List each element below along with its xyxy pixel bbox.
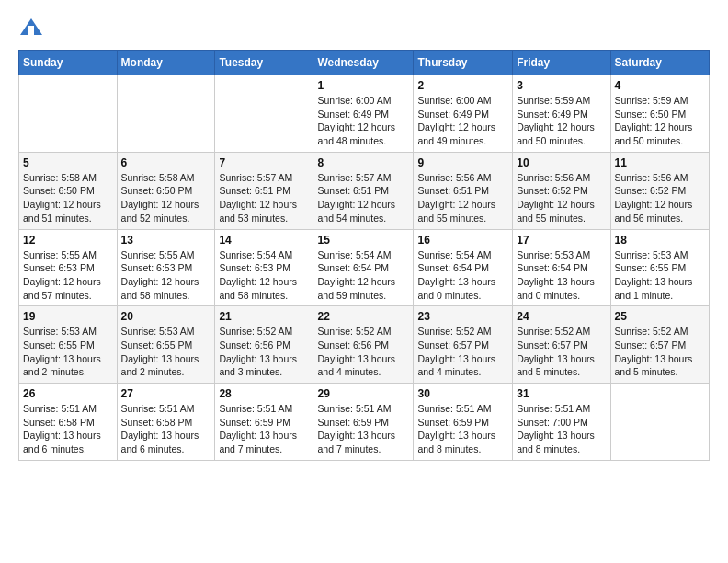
calendar-cell: 6Sunrise: 5:58 AM Sunset: 6:50 PM Daylig…: [117, 152, 215, 229]
calendar-cell: 19Sunrise: 5:53 AM Sunset: 6:55 PM Dayli…: [19, 306, 118, 384]
day-number: 5: [23, 156, 113, 169]
day-number: 4: [615, 79, 705, 92]
day-info: Sunrise: 5:56 AM Sunset: 6:51 PM Dayligh…: [417, 171, 508, 225]
calendar-cell: 16Sunrise: 5:54 AM Sunset: 6:54 PM Dayli…: [414, 229, 513, 306]
logo-icon: [18, 15, 44, 40]
weekday-header: Saturday: [610, 51, 709, 75]
calendar-week-row: 19Sunrise: 5:53 AM Sunset: 6:55 PM Dayli…: [19, 306, 710, 384]
day-number: 6: [121, 156, 211, 169]
day-number: 22: [317, 310, 409, 323]
weekday-header: Wednesday: [313, 51, 414, 75]
calendar-cell: 24Sunrise: 5:52 AM Sunset: 6:57 PM Dayli…: [513, 306, 610, 384]
weekday-header: Friday: [513, 51, 610, 75]
day-number: 15: [317, 234, 409, 247]
weekday-header: Tuesday: [215, 51, 313, 75]
calendar-cell: 1Sunrise: 6:00 AM Sunset: 6:49 PM Daylig…: [313, 75, 414, 153]
day-info: Sunrise: 5:58 AM Sunset: 6:50 PM Dayligh…: [121, 171, 211, 225]
day-info: Sunrise: 5:55 AM Sunset: 6:53 PM Dayligh…: [23, 248, 113, 303]
calendar-cell: 13Sunrise: 5:55 AM Sunset: 6:53 PM Dayli…: [117, 229, 215, 306]
calendar-cell: 21Sunrise: 5:52 AM Sunset: 6:56 PM Dayli…: [215, 306, 313, 384]
calendar-cell: 23Sunrise: 5:52 AM Sunset: 6:57 PM Dayli…: [414, 306, 513, 384]
day-info: Sunrise: 5:53 AM Sunset: 6:55 PM Dayligh…: [615, 248, 705, 303]
calendar-cell: 7Sunrise: 5:57 AM Sunset: 6:51 PM Daylig…: [215, 152, 313, 229]
day-number: 31: [517, 387, 606, 400]
header: [18, 15, 710, 40]
calendar-cell: 2Sunrise: 6:00 AM Sunset: 6:49 PM Daylig…: [414, 75, 513, 153]
day-info: Sunrise: 5:51 AM Sunset: 6:59 PM Dayligh…: [417, 402, 508, 456]
calendar-week-row: 26Sunrise: 5:51 AM Sunset: 6:58 PM Dayli…: [19, 384, 710, 461]
day-number: 27: [121, 387, 211, 400]
day-info: Sunrise: 5:52 AM Sunset: 6:56 PM Dayligh…: [219, 325, 309, 379]
calendar-cell: 25Sunrise: 5:52 AM Sunset: 6:57 PM Dayli…: [610, 306, 709, 384]
day-number: 26: [23, 387, 113, 400]
day-info: Sunrise: 5:57 AM Sunset: 6:51 PM Dayligh…: [317, 171, 409, 225]
day-number: 24: [517, 310, 606, 323]
day-info: Sunrise: 5:59 AM Sunset: 6:49 PM Dayligh…: [517, 94, 606, 148]
calendar-cell: 11Sunrise: 5:56 AM Sunset: 6:52 PM Dayli…: [610, 152, 709, 229]
day-info: Sunrise: 5:57 AM Sunset: 6:51 PM Dayligh…: [219, 171, 309, 225]
calendar-week-row: 5Sunrise: 5:58 AM Sunset: 6:50 PM Daylig…: [19, 152, 710, 229]
calendar-cell: [117, 75, 215, 153]
calendar-cell: [19, 75, 118, 153]
day-info: Sunrise: 5:54 AM Sunset: 6:54 PM Dayligh…: [317, 248, 409, 303]
day-number: 13: [121, 234, 211, 247]
calendar-cell: 14Sunrise: 5:54 AM Sunset: 6:53 PM Dayli…: [215, 229, 313, 306]
day-info: Sunrise: 5:55 AM Sunset: 6:53 PM Dayligh…: [121, 248, 211, 303]
calendar-cell: 5Sunrise: 5:58 AM Sunset: 6:50 PM Daylig…: [19, 152, 118, 229]
svg-rect-2: [28, 26, 34, 35]
day-info: Sunrise: 5:56 AM Sunset: 6:52 PM Dayligh…: [615, 171, 705, 225]
day-number: 19: [23, 310, 113, 323]
day-number: 8: [317, 156, 409, 169]
day-number: 1: [317, 79, 409, 92]
day-info: Sunrise: 5:52 AM Sunset: 6:57 PM Dayligh…: [615, 325, 705, 379]
day-number: 18: [615, 234, 705, 247]
day-info: Sunrise: 6:00 AM Sunset: 6:49 PM Dayligh…: [417, 94, 508, 148]
page: SundayMondayTuesdayWednesdayThursdayFrid…: [0, 0, 728, 476]
day-info: Sunrise: 5:56 AM Sunset: 6:52 PM Dayligh…: [517, 171, 606, 225]
day-info: Sunrise: 5:52 AM Sunset: 6:56 PM Dayligh…: [317, 325, 409, 379]
day-number: 29: [317, 387, 409, 400]
calendar-cell: 22Sunrise: 5:52 AM Sunset: 6:56 PM Dayli…: [313, 306, 414, 384]
day-number: 9: [417, 156, 508, 169]
day-info: Sunrise: 5:54 AM Sunset: 6:53 PM Dayligh…: [219, 248, 309, 303]
calendar-cell: 26Sunrise: 5:51 AM Sunset: 6:58 PM Dayli…: [19, 384, 118, 461]
weekday-header: Monday: [117, 51, 215, 75]
day-number: 25: [615, 310, 705, 323]
day-number: 3: [517, 79, 606, 92]
calendar-cell: 10Sunrise: 5:56 AM Sunset: 6:52 PM Dayli…: [513, 152, 610, 229]
calendar-week-row: 12Sunrise: 5:55 AM Sunset: 6:53 PM Dayli…: [19, 229, 710, 306]
calendar-table: SundayMondayTuesdayWednesdayThursdayFrid…: [18, 50, 710, 461]
calendar-cell: 8Sunrise: 5:57 AM Sunset: 6:51 PM Daylig…: [313, 152, 414, 229]
calendar-cell: 28Sunrise: 5:51 AM Sunset: 6:59 PM Dayli…: [215, 384, 313, 461]
calendar-cell: 30Sunrise: 5:51 AM Sunset: 6:59 PM Dayli…: [414, 384, 513, 461]
day-number: 17: [517, 234, 606, 247]
day-number: 7: [219, 156, 309, 169]
calendar-cell: 4Sunrise: 5:59 AM Sunset: 6:50 PM Daylig…: [610, 75, 709, 153]
calendar-header-row: SundayMondayTuesdayWednesdayThursdayFrid…: [19, 51, 710, 75]
calendar-cell: 31Sunrise: 5:51 AM Sunset: 7:00 PM Dayli…: [513, 384, 610, 461]
day-number: 10: [517, 156, 606, 169]
calendar-cell: 29Sunrise: 5:51 AM Sunset: 6:59 PM Dayli…: [313, 384, 414, 461]
day-info: Sunrise: 5:52 AM Sunset: 6:57 PM Dayligh…: [417, 325, 508, 379]
calendar-cell: [215, 75, 313, 153]
calendar-cell: 27Sunrise: 5:51 AM Sunset: 6:58 PM Dayli…: [117, 384, 215, 461]
day-info: Sunrise: 5:51 AM Sunset: 6:58 PM Dayligh…: [23, 402, 113, 456]
day-info: Sunrise: 5:53 AM Sunset: 6:55 PM Dayligh…: [23, 325, 113, 379]
day-info: Sunrise: 5:51 AM Sunset: 6:59 PM Dayligh…: [317, 402, 409, 456]
calendar-cell: [610, 384, 709, 461]
day-number: 14: [219, 234, 309, 247]
day-number: 23: [417, 310, 508, 323]
day-info: Sunrise: 5:52 AM Sunset: 6:57 PM Dayligh…: [517, 325, 606, 379]
day-number: 30: [417, 387, 508, 400]
calendar-cell: 9Sunrise: 5:56 AM Sunset: 6:51 PM Daylig…: [414, 152, 513, 229]
day-info: Sunrise: 5:59 AM Sunset: 6:50 PM Dayligh…: [615, 94, 705, 148]
calendar-cell: 17Sunrise: 5:53 AM Sunset: 6:54 PM Dayli…: [513, 229, 610, 306]
calendar-week-row: 1Sunrise: 6:00 AM Sunset: 6:49 PM Daylig…: [19, 75, 710, 153]
calendar-cell: 15Sunrise: 5:54 AM Sunset: 6:54 PM Dayli…: [313, 229, 414, 306]
logo: [18, 15, 48, 40]
day-number: 20: [121, 310, 211, 323]
calendar-cell: 20Sunrise: 5:53 AM Sunset: 6:55 PM Dayli…: [117, 306, 215, 384]
calendar-cell: 18Sunrise: 5:53 AM Sunset: 6:55 PM Dayli…: [610, 229, 709, 306]
day-info: Sunrise: 5:53 AM Sunset: 6:55 PM Dayligh…: [121, 325, 211, 379]
day-number: 28: [219, 387, 309, 400]
